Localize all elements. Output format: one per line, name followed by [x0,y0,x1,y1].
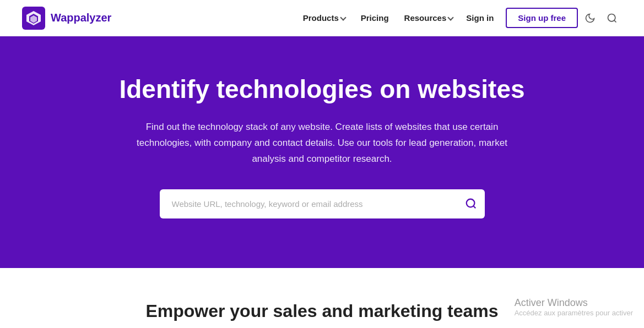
chevron-down-icon [448,14,454,20]
hero-section: Identify technologies on websites Find o… [0,36,644,268]
svg-line-7 [473,206,475,208]
nav-link-pricing[interactable]: Pricing [355,9,394,27]
hero-title: Identify technologies on websites [22,75,622,104]
signup-button[interactable]: Sign up free [506,8,578,28]
search-submit-icon [465,198,477,210]
nav-links: Products Pricing Resources [297,9,459,27]
logo-icon [22,7,45,30]
navbar: Wappalyzer Products Pricing Resources Si… [0,0,644,36]
search-icon [607,13,618,24]
chevron-down-icon [340,14,346,20]
logo-link[interactable]: Wappalyzer [22,7,111,30]
moon-icon [585,13,596,24]
search-input[interactable] [160,189,485,218]
nav-link-products[interactable]: Products [297,9,351,27]
empower-section: Empower your sales and marketing teams [0,268,644,328]
svg-point-4 [608,14,615,21]
nav-link-resources[interactable]: Resources [399,9,459,27]
svg-line-5 [614,20,616,22]
empower-title: Empower your sales and marketing teams [22,301,622,321]
nav-item-products[interactable]: Products [297,9,351,27]
search-submit-button[interactable] [465,198,477,210]
search-nav-button[interactable] [602,8,622,28]
nav-item-pricing[interactable]: Pricing [355,9,394,27]
hero-description: Find out the technology stack of any web… [124,119,521,167]
brand-name: Wappalyzer [51,12,111,24]
signin-button[interactable]: Sign in [458,9,501,27]
search-bar [160,189,485,218]
dark-mode-toggle[interactable] [580,8,600,28]
svg-point-6 [466,199,474,207]
nav-item-resources[interactable]: Resources [399,9,459,27]
